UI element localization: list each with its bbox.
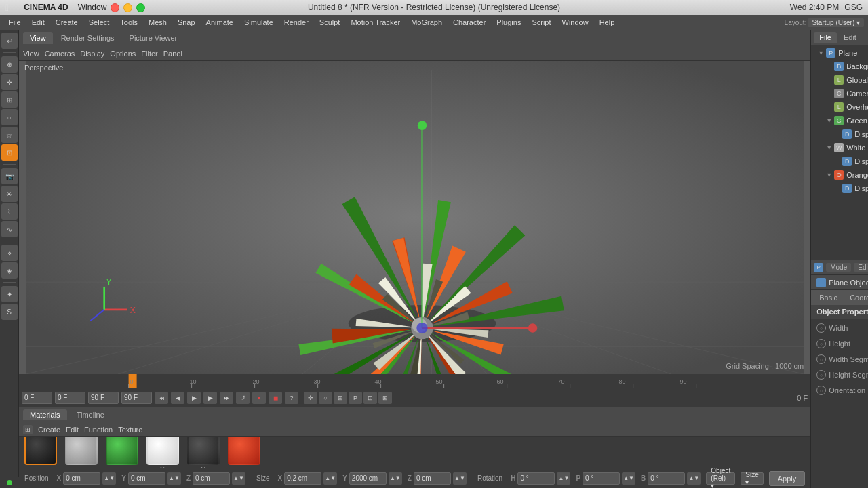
obj-row-globallight[interactable]: L Global Light 👁 <box>811 73 868 87</box>
tab-materials[interactable]: Materials <box>23 409 67 420</box>
size-x-value[interactable]: 0.2 cm <box>284 472 321 485</box>
grid-icon-timeline[interactable]: ⊞ <box>378 392 392 404</box>
rot-p-value[interactable]: 0 ° <box>583 472 620 485</box>
vp-menu-filter[interactable]: Filter <box>141 49 157 58</box>
tool-deformer[interactable]: ⋄ <box>1 245 18 261</box>
obj-row-disp-green[interactable]: D Displacer 👁 ✓ <box>811 127 868 141</box>
size-z-value[interactable]: 0 cm <box>414 472 451 485</box>
keyframe-btn[interactable]: ? <box>285 392 298 404</box>
prev-frame-btn[interactable]: ◀ <box>171 392 184 404</box>
position-z-value[interactable]: 0 cm <box>193 472 230 485</box>
rot-h-value[interactable]: 0 ° <box>517 472 555 485</box>
tool-effector[interactable]: ◈ <box>1 262 18 279</box>
arrow-plane[interactable]: ▼ <box>818 49 825 56</box>
tool-magnet[interactable]: S <box>1 304 18 320</box>
menu-mograph[interactable]: MoGraph <box>406 17 447 28</box>
tool-spline[interactable]: ⌇ <box>1 203 18 220</box>
size-z-stepper[interactable]: ▲▼ <box>453 472 467 485</box>
mat-menu-function[interactable]: Function <box>84 426 113 434</box>
prop-icon-orient[interactable]: ○ <box>816 386 826 395</box>
menu-plugins[interactable]: Plugins <box>492 17 526 28</box>
app-name[interactable]: CINEMA 4D <box>24 3 68 12</box>
obj-row-background[interactable]: B Background 👁 <box>811 60 868 73</box>
menu-select[interactable]: Select <box>84 17 115 28</box>
rotate-icon-timeline[interactable]: ○ <box>319 392 332 404</box>
maximize-button[interactable] <box>136 3 145 12</box>
menu-edit[interactable]: Edit <box>27 17 50 28</box>
loop-btn[interactable]: ↺ <box>236 392 250 404</box>
menu-animate[interactable]: Animate <box>201 17 238 28</box>
menu-snap[interactable]: Snap <box>173 17 200 28</box>
position-z-stepper[interactable]: ▲▼ <box>232 472 245 485</box>
vp-menu-panel[interactable]: Panel <box>163 49 182 58</box>
obj-tab-view[interactable]: View <box>863 32 868 43</box>
material-swatch-mat1[interactable] <box>24 437 57 465</box>
goto-start-btn[interactable]: ⏮ <box>155 392 168 404</box>
rot-h-stepper[interactable]: ▲▼ <box>557 472 570 485</box>
vp-menu-view[interactable]: View <box>23 49 39 58</box>
menu-render[interactable]: Render <box>279 17 313 28</box>
prop-icon-width[interactable]: ○ <box>816 323 826 333</box>
record-stop-btn[interactable]: ◼ <box>269 392 282 404</box>
menu-file[interactable]: File <box>4 17 26 28</box>
prop-subtab-basic[interactable]: Basic <box>814 292 843 303</box>
obj-row-orange[interactable]: ▼ O Orange 👁 ✓ <box>811 168 868 182</box>
apply-button[interactable]: Apply <box>769 471 806 486</box>
tool-active[interactable]: ⊡ <box>1 144 18 161</box>
material-swatch-softbox2[interactable] <box>187 437 220 465</box>
tool-light[interactable]: ☀ <box>1 186 18 202</box>
goto-end-btn[interactable]: ⏭ <box>220 392 233 404</box>
size-type-dropdown[interactable]: Size ▾ <box>741 472 763 485</box>
obj-row-disp-white[interactable]: D Displacer 👁 ✓ <box>811 155 868 168</box>
vp-menu-options[interactable]: Options <box>110 49 136 58</box>
menu-simulate[interactable]: Simulate <box>239 17 278 28</box>
mat-menu-create[interactable]: Create <box>38 426 60 434</box>
menu-tools[interactable]: Tools <box>115 17 142 28</box>
arrow-white[interactable]: ▼ <box>826 144 833 151</box>
start-frame-input[interactable] <box>55 392 85 404</box>
point-icon[interactable]: ⊡ <box>363 392 377 404</box>
rot-b-stepper[interactable]: ▲▼ <box>687 472 701 485</box>
prop-icon-wseg[interactable]: ○ <box>816 354 826 364</box>
arrow-orange[interactable]: ▼ <box>826 171 833 178</box>
tab-picture-viewer[interactable]: Picture Viewer <box>123 32 184 44</box>
rot-b-value[interactable]: 0 ° <box>648 472 685 485</box>
tool-rotate[interactable]: ○ <box>1 109 18 125</box>
prop-icon-height[interactable]: ○ <box>816 339 826 348</box>
layout-selector[interactable]: Startup (User) ▾ <box>808 18 864 27</box>
arrow-green[interactable]: ▼ <box>826 117 833 124</box>
position-x-stepper[interactable]: ▲▼ <box>102 472 116 485</box>
obj-tab-edit[interactable]: Edit <box>838 32 862 43</box>
param-icon[interactable]: P <box>349 392 362 404</box>
menu-help[interactable]: Help <box>595 17 620 28</box>
menu-motion-tracker[interactable]: Motion Tracker <box>346 17 405 28</box>
obj-row-camera[interactable]: C Camera 👁 ○ <box>811 87 868 100</box>
prop-mode-btn[interactable]: Mode <box>826 263 851 272</box>
menu-character[interactable]: Character <box>448 17 490 28</box>
tab-view[interactable]: View <box>23 32 53 44</box>
play-btn[interactable]: ▶ <box>187 392 201 404</box>
size-y-stepper[interactable]: ▲▼ <box>389 472 402 485</box>
next-frame-btn[interactable]: ▶ <box>203 392 217 404</box>
material-item-mat2[interactable]: Mat <box>65 437 98 468</box>
tab-timeline[interactable]: Timeline <box>70 409 111 420</box>
rot-p-stepper[interactable]: ▲▼ <box>622 472 635 485</box>
material-swatch-softbox1[interactable] <box>146 437 179 465</box>
end-frame-display[interactable] <box>88 392 119 404</box>
position-y-stepper[interactable]: ▲▼ <box>167 472 181 485</box>
tool-transform[interactable]: ☆ <box>1 127 18 143</box>
material-swatch-mat3[interactable] <box>106 437 138 465</box>
tool-selection[interactable]: ⊕ <box>1 56 18 73</box>
tool-camera[interactable]: 📷 <box>1 168 18 184</box>
move-icon[interactable]: ✛ <box>304 392 317 404</box>
tool-move[interactable]: ✛ <box>1 74 18 90</box>
prop-icon-hseg[interactable]: ○ <box>816 370 826 380</box>
tool-nurbs[interactable]: ∿ <box>1 221 18 237</box>
fps-input[interactable] <box>121 392 152 404</box>
material-item-softbox1[interactable]: Softbox <box>146 437 179 468</box>
menu-sculpt[interactable]: Sculpt <box>315 17 345 28</box>
material-swatch-mat-red[interactable] <box>228 437 260 465</box>
tool-undo[interactable]: ↩ <box>1 33 18 49</box>
tool-snap[interactable]: ✦ <box>1 286 18 302</box>
obj-tab-file[interactable]: File <box>814 32 837 43</box>
